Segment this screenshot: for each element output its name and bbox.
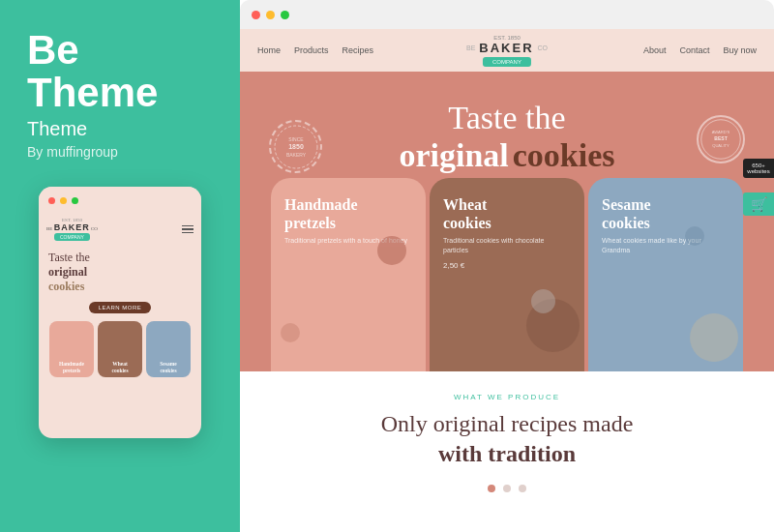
- product-card-handmade[interactable]: Handmadepretzels Traditional pretzels wi…: [271, 178, 426, 371]
- mobile-dot-red: [48, 197, 55, 204]
- heading-line2: with tradition: [438, 441, 576, 466]
- heading-line1: Only original recipes made: [381, 411, 634, 436]
- decor-dot: [685, 226, 704, 246]
- site-nav: Home Products Recipes EST. 1850 BE BAKER…: [240, 29, 774, 72]
- hero-products: Handmadepretzels Traditional pretzels wi…: [240, 178, 774, 371]
- decor-dot: [377, 236, 406, 265]
- site-logo: EST. 1850 BE BAKER CO COMPANY: [466, 35, 548, 67]
- site-nav-links-left: Home Products Recipes: [257, 45, 373, 55]
- nav-buy-now[interactable]: Buy now: [723, 45, 757, 55]
- mobile-hamburger[interactable]: [182, 225, 194, 234]
- nav-recipes[interactable]: Recipes: [342, 45, 374, 55]
- site-nav-links-right: About Contact Buy now: [643, 45, 757, 55]
- left-panel: Be Theme Theme By muffingroup EST. 1850 …: [0, 0, 240, 532]
- decor-dot: [281, 323, 300, 342]
- product-title-handmade: Handmadepretzels: [284, 195, 412, 232]
- mobile-product-sesame: Sesamecookies: [146, 321, 191, 377]
- sites-badge: 650+websites: [743, 159, 774, 178]
- hero-taste: Taste the: [448, 100, 565, 135]
- mobile-product-handmade: Handmadepretzels: [49, 321, 94, 377]
- hero-stamp: SINCE 1850 BAKERY: [269, 120, 322, 173]
- mobile-top-bar: [39, 187, 201, 214]
- product-sub-sesame: Wheat cookies made like by your Grandma: [602, 236, 729, 255]
- nav-contact[interactable]: Contact: [679, 45, 709, 55]
- mobile-nav-area: EST. 1850 BE BAKER CO COMPANY: [39, 214, 201, 243]
- brand-by: By muffingroup: [27, 144, 213, 160]
- browser-dot-red: [252, 11, 260, 19]
- svg-text:BAKERY: BAKERY: [285, 152, 306, 158]
- mobile-hero-line1: Taste the: [48, 251, 192, 265]
- nav-dot-2[interactable]: [503, 485, 511, 492]
- svg-text:SINCE: SINCE: [288, 136, 304, 142]
- svg-text:BEST: BEST: [714, 135, 728, 141]
- mobile-logo-area: EST. 1850 BE BAKER CO COMPANY: [46, 218, 98, 241]
- svg-text:AWARD'S: AWARD'S: [712, 130, 730, 134]
- site-logo-main: BE BAKER CO: [466, 41, 548, 55]
- product-title-wheat: Wheatcookies: [443, 195, 571, 232]
- site-bottom: WHAT WE PRODUCE Only original recipes ma…: [240, 371, 774, 532]
- mobile-mockup: EST. 1850 BE BAKER CO COMPANY Taste the …: [39, 187, 201, 438]
- hero-cookies: cookies: [513, 137, 615, 173]
- product-card-wheat[interactable]: Wheatcookies Traditional cookies with ch…: [430, 178, 584, 371]
- mobile-logo-company: COMPANY: [54, 233, 90, 241]
- mobile-dot-yellow: [60, 197, 67, 204]
- site-logo-co: CO: [538, 44, 549, 51]
- product-price-wheat: 2,50 €: [443, 261, 571, 270]
- mobile-logo-co: CO: [91, 226, 98, 231]
- site-logo-company: COMPANY: [483, 57, 531, 67]
- section-heading: Only original recipes made with traditio…: [381, 409, 634, 469]
- nav-products[interactable]: Products: [294, 45, 329, 55]
- product-card-sesame[interactable]: Sesamecookies Wheat cookies made like by…: [588, 178, 743, 371]
- mobile-learn-more-button[interactable]: LEARN MORE: [89, 302, 152, 313]
- decor-dot: [690, 313, 738, 362]
- site-logo-be: BE: [466, 44, 475, 51]
- right-panel: Home Products Recipes EST. 1850 BE BAKER…: [240, 0, 774, 532]
- svg-text:1850: 1850: [288, 143, 304, 150]
- product-sub-wheat: Traditional cookies with chocolate parti…: [443, 236, 571, 255]
- site-hero: SINCE 1850 BAKERY AWARD'S BEST QUALITY T…: [240, 72, 774, 371]
- hero-original: original: [399, 137, 508, 173]
- navigation-dots: [488, 485, 526, 492]
- what-we-produce-label: WHAT WE PRODUCE: [454, 393, 560, 401]
- buy-badge[interactable]: 🛒: [743, 192, 774, 216]
- decor-dot: [531, 289, 555, 313]
- nav-dot-1[interactable]: [488, 485, 495, 492]
- mobile-products-row: Handmadepretzels Wheatcookies Sesamecook…: [39, 317, 201, 377]
- brand-title: Be Theme: [27, 29, 213, 114]
- hero-quality-badge: AWARD'S BEST QUALITY: [697, 115, 745, 163]
- browser-dot-green: [281, 11, 289, 19]
- svg-text:QUALITY: QUALITY: [712, 143, 729, 148]
- mobile-product-wheat: Wheatcookies: [98, 321, 142, 377]
- nav-dot-3[interactable]: [519, 485, 526, 492]
- mobile-hero-line3: cookies: [48, 280, 192, 294]
- mobile-logo-be: BE: [46, 226, 52, 231]
- mobile-logo-baker: BAKER: [54, 222, 90, 232]
- product-title-sesame: Sesamecookies: [602, 195, 729, 232]
- nav-home[interactable]: Home: [257, 45, 281, 55]
- nav-about[interactable]: About: [643, 45, 667, 55]
- site-logo-baker: BAKER: [479, 41, 533, 55]
- browser-chrome: [240, 0, 774, 29]
- website-content: Home Products Recipes EST. 1850 BE BAKER…: [240, 29, 774, 532]
- mobile-hero-line2: original: [48, 265, 192, 280]
- hero-heading: Taste the original cookies: [399, 99, 614, 174]
- brand-subtitle: Theme: [27, 118, 213, 140]
- mobile-hero-text: Taste the original cookies: [39, 243, 201, 298]
- mobile-logo-main: BE BAKER CO: [46, 222, 98, 232]
- mobile-dot-green: [72, 197, 78, 204]
- browser-dot-yellow: [266, 11, 275, 19]
